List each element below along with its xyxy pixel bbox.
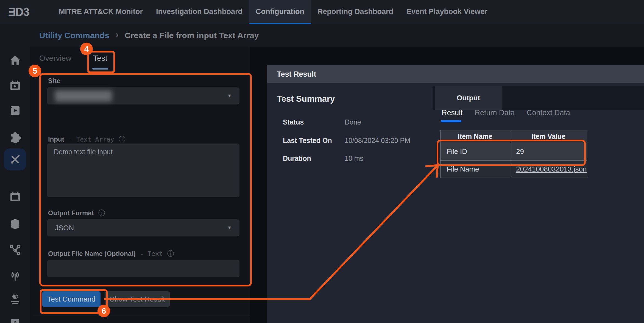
subtab-return-data[interactable]: Return Data [475, 109, 515, 117]
output-subtabs: Result Return Data Context Data [442, 109, 570, 117]
table-row-file-id[interactable]: File ID 29 [441, 143, 587, 161]
app-window: ƎD3 MITRE ATT&CK Monitor Investigation D… [0, 0, 644, 323]
test-form-panel: Overview Test Site ▼ Input - Text Array … [30, 47, 250, 323]
left-icon-rail [0, 24, 30, 323]
last-tested-on-label: Last Tested On [283, 137, 332, 145]
input-textarea[interactable]: Demo text file input [47, 143, 239, 197]
chevron-down-icon: ▼ [227, 93, 232, 99]
connections-icon[interactable] [9, 244, 21, 256]
page-title: Create a File from input Text Array [125, 31, 259, 40]
file-id-name-cell: File ID [441, 143, 510, 161]
site-label: Site [48, 77, 60, 85]
site-value-redacted [55, 90, 112, 102]
nav-item-mitre-attck-monitor[interactable]: MITRE ATT&CK Monitor [52, 0, 149, 24]
test-result-header: Test Result [267, 65, 644, 83]
playbook-icon[interactable] [9, 104, 21, 117]
file-id-value-cell: 29 [510, 143, 587, 161]
output-file-name-type-hint: - Text [140, 250, 163, 257]
output-format-value: JSON [55, 224, 74, 232]
input-value: Demo text file input [54, 148, 113, 156]
nav-item-investigation-dashboard[interactable]: Investigation Dashboard [149, 0, 249, 24]
breadcrumb-parent-link[interactable]: Utility Commands [39, 31, 109, 40]
utility-commands-icon[interactable] [9, 153, 21, 166]
input-label: Input - Text Array ⓘ [48, 135, 126, 144]
subtab-result[interactable]: Result [442, 109, 463, 117]
col-item-name: Item Name [441, 130, 510, 143]
subtab-context-data[interactable]: Context Data [527, 109, 570, 117]
sites-icon[interactable] [9, 293, 21, 305]
status-value: Done [345, 118, 361, 126]
chevron-down-icon: ▼ [227, 225, 232, 231]
annotation-badge-4: 4 [80, 43, 93, 55]
info-icon[interactable]: ⓘ [119, 135, 126, 144]
test-result-panel: Test Result Test Summary Status Done Las… [267, 65, 644, 323]
file-name-name-cell: File Name [441, 161, 510, 178]
test-summary-title: Test Summary [277, 94, 335, 104]
col-item-value: Item Value [510, 130, 587, 143]
output-file-name-input[interactable] [47, 260, 239, 277]
duration-value: 10 ms [345, 154, 363, 162]
tab-test-underline [92, 68, 108, 70]
broadcast-icon[interactable] [9, 269, 21, 282]
input-type-hint: - Text Array [69, 136, 114, 143]
active-subtab-underline [441, 120, 461, 122]
breadcrumb-chevron-icon: › [115, 29, 119, 41]
report-icon[interactable] [9, 317, 21, 323]
annotation-badge-5: 5 [29, 65, 41, 77]
nav-item-configuration[interactable]: Configuration [249, 0, 311, 24]
duration-label: Duration [283, 154, 311, 162]
file-name-link[interactable]: 20241008032013.json [516, 165, 587, 173]
output-format-label: Output Format ⓘ [48, 208, 105, 217]
status-label: Status [283, 118, 304, 126]
breadcrumb: Utility Commands › Create a File from in… [39, 24, 259, 47]
annotation-badge-6: 6 [97, 305, 110, 317]
file-name-value-cell: 20241008032013.json [510, 161, 587, 178]
info-icon[interactable]: ⓘ [167, 249, 174, 258]
table-row-file-name[interactable]: File Name 20241008032013.json [441, 161, 587, 178]
site-select[interactable]: ▼ [47, 87, 239, 104]
output-file-name-label: Output File Name (Optional) - Text ⓘ [48, 249, 174, 258]
divider [33, 316, 249, 316]
top-nav: ƎD3 MITRE ATT&CK Monitor Investigation D… [0, 0, 644, 24]
table-header-row: Item Name Item Value [441, 130, 587, 143]
info-icon[interactable]: ⓘ [98, 208, 105, 217]
tab-test[interactable]: Test [92, 54, 108, 63]
d3-logo[interactable]: ƎD3 [0, 0, 52, 24]
tab-overview[interactable]: Overview [39, 54, 71, 63]
show-test-result-button[interactable]: Show Test Result [105, 291, 170, 307]
output-tab-strip: Output [433, 86, 644, 110]
last-tested-on-value: 10/08/2024 03:20 PM [345, 137, 410, 145]
database-icon[interactable] [9, 218, 21, 230]
result-table: Item Name Item Value File ID 29 File Nam… [440, 130, 587, 178]
nav-item-event-playbook-viewer[interactable]: Event Playbook Viewer [400, 0, 494, 24]
output-format-select[interactable]: JSON ▼ [47, 219, 239, 236]
test-command-button[interactable]: Test Command [42, 291, 101, 307]
home-icon[interactable] [9, 54, 21, 67]
tab-output[interactable]: Output [435, 86, 502, 110]
integrations-icon[interactable] [9, 131, 21, 143]
calendar-icon[interactable] [9, 190, 21, 203]
top-nav-items: MITRE ATT&CK Monitor Investigation Dashb… [52, 0, 494, 24]
nav-item-reporting-dashboard[interactable]: Reporting Dashboard [311, 0, 400, 24]
event-monitor-icon[interactable] [9, 79, 21, 92]
